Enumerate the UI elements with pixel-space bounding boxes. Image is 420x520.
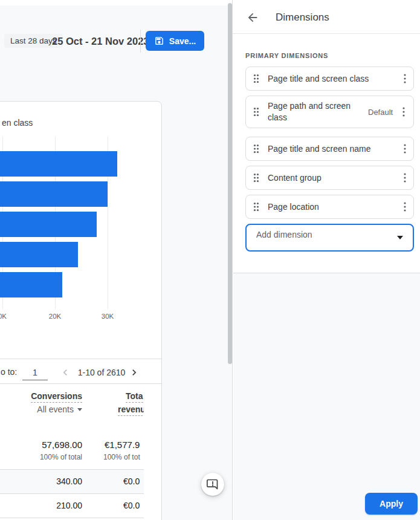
add-dimension-dropdown[interactable]: Add dimension	[245, 224, 414, 252]
pagination-range: 1-10 of 2610	[76, 368, 128, 377]
dropdown-caret-icon	[77, 408, 82, 411]
back-arrow-icon[interactable]	[246, 11, 260, 25]
bar	[0, 242, 78, 267]
drag-handle-icon[interactable]	[253, 173, 259, 183]
dimension-label: Page location	[268, 201, 400, 213]
column-header-label[interactable]: Conversions	[31, 391, 82, 403]
kebab-menu-icon[interactable]	[404, 144, 406, 154]
column-header-label[interactable]: revenu	[118, 405, 144, 416]
goto-label: o to:	[1, 367, 17, 377]
kebab-menu-icon[interactable]	[404, 74, 406, 83]
bar	[0, 212, 97, 237]
x-tick-label: 0K	[0, 313, 15, 320]
drag-handle-icon[interactable]	[253, 74, 259, 83]
bar	[0, 151, 117, 177]
dimension-label: Page title and screen name	[268, 143, 400, 155]
totals-revenue: €1,577.9	[105, 440, 140, 450]
bar	[0, 181, 108, 207]
totals-conversions-sub: 100% of total	[0, 453, 82, 461]
kebab-menu-icon[interactable]	[404, 202, 406, 212]
apply-button[interactable]: Apply	[365, 493, 418, 515]
save-icon	[154, 36, 164, 46]
column-header-conversions[interactable]: Conversions	[0, 391, 82, 401]
dimension-item-content-group[interactable]: Content group	[245, 166, 414, 190]
dimension-label: Page title and screen class	[268, 73, 400, 85]
panel-title: Dimensions	[276, 11, 329, 24]
dimension-item-page-location[interactable]: Page location	[245, 195, 414, 219]
x-tick-label: 30K	[95, 313, 120, 320]
dimension-item-page-title-screen-name[interactable]: Page title and screen name	[245, 137, 414, 161]
cell-conversions: 210.00	[0, 501, 82, 510]
cell-revenue: €0.0	[123, 501, 140, 510]
toolbar-divider	[140, 30, 141, 53]
totals-conversions: 57,698.00	[0, 440, 82, 450]
row-divider	[0, 518, 144, 518]
dropdown-caret-icon	[397, 236, 403, 239]
kebab-menu-icon[interactable]	[402, 107, 405, 117]
drag-handle-icon[interactable]	[253, 107, 259, 117]
data-table: Conversions All events Tota revenu 57,69…	[0, 384, 144, 520]
table-row[interactable]: 210.00 €0.0	[0, 494, 144, 518]
column-header-label[interactable]: Tota	[126, 391, 143, 403]
drag-handle-icon[interactable]	[253, 202, 259, 212]
default-badge: Default	[368, 108, 393, 117]
column-subheader-all-events[interactable]: All events	[0, 404, 82, 415]
column-header-total-revenue[interactable]: Tota	[126, 391, 143, 401]
save-button[interactable]: Save...	[146, 31, 204, 51]
divider	[0, 359, 161, 359]
feedback-button[interactable]	[201, 473, 224, 496]
vertical-scrollbar[interactable]	[228, 3, 232, 364]
report-card: en class 0K 20K 30K o to: 1-10 of 2610 C…	[0, 101, 162, 520]
bar-chart	[0, 137, 161, 309]
totals-revenue-sub: 100% of tot	[103, 453, 140, 461]
dimension-item-page-title-screen-class[interactable]: Page title and screen class	[245, 67, 414, 91]
cell-conversions: 340.00	[0, 476, 82, 486]
chart-title: en class	[2, 118, 33, 128]
drag-handle-icon[interactable]	[253, 144, 259, 154]
dimension-label: Content group	[268, 172, 400, 184]
add-dimension-placeholder: Add dimension	[256, 230, 397, 239]
panel-footer	[233, 273, 420, 520]
kebab-menu-icon[interactable]	[404, 173, 406, 183]
cell-revenue: €0.0	[123, 476, 140, 486]
x-tick-label: 20K	[43, 313, 67, 320]
chevron-right-icon[interactable]	[128, 366, 140, 379]
bar	[0, 272, 62, 297]
top-white-strip	[0, 0, 233, 5]
column-header-total-revenue-line2[interactable]: revenu	[118, 404, 144, 415]
save-button-label: Save...	[169, 36, 196, 46]
date-range-text[interactable]: 25 Oct - 21 Nov 2023	[52, 36, 149, 47]
section-label: PRIMARY DIMENSIONS	[245, 52, 328, 59]
dimension-label: Page path and screen class	[268, 100, 364, 123]
dimensions-panel: Dimensions PRIMARY DIMENSIONS Page title…	[232, 0, 420, 520]
event-filter-label[interactable]: All events	[37, 405, 74, 414]
chevron-left-icon[interactable]	[59, 366, 71, 379]
feedback-icon	[207, 478, 219, 490]
dimension-item-page-path-screen-class[interactable]: Page path and screen class Default	[245, 96, 414, 128]
table-row[interactable]: 340.00 €0.0	[0, 470, 144, 493]
goto-page-input[interactable]	[22, 365, 48, 380]
